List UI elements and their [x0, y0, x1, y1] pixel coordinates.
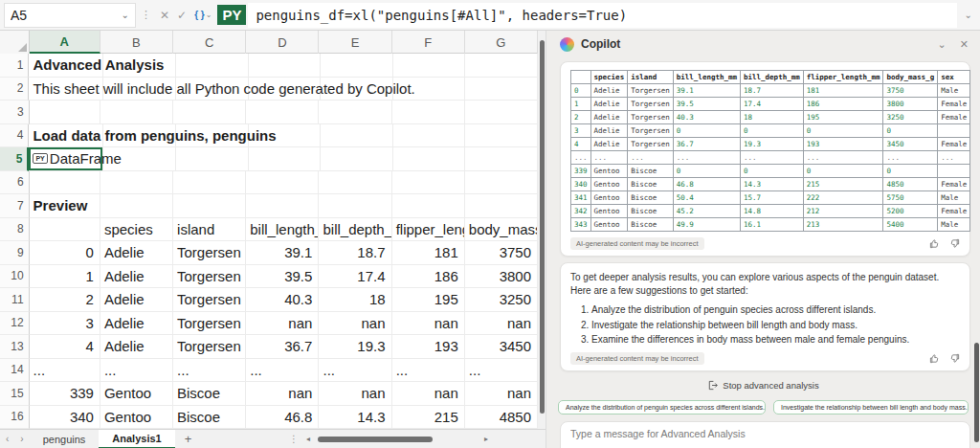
grid-cell[interactable]	[465, 171, 538, 195]
grid-cell[interactable]: Torgersen	[173, 312, 246, 336]
grid-cell[interactable]: Adelie	[100, 312, 173, 336]
grid-cell[interactable]	[393, 54, 466, 78]
grid-cell[interactable]	[465, 101, 538, 124]
grid-cell[interactable]	[319, 101, 391, 124]
grid-cell[interactable]	[392, 194, 465, 218]
copilot-scrollbar-thumb[interactable]	[974, 343, 979, 442]
row-header-9[interactable]: 9	[0, 241, 30, 265]
grid-cell[interactable]	[321, 147, 393, 171]
grid-cell[interactable]: nan	[319, 382, 391, 406]
grid-cell[interactable]: 181	[392, 241, 465, 265]
thumbs-down-icon[interactable]	[949, 238, 960, 249]
grid-cell[interactable]: 340	[30, 406, 100, 430]
scroll-right-icon[interactable]: ▸	[480, 435, 492, 443]
vertical-scrollbar-thumb[interactable]	[540, 40, 545, 414]
grid-cell[interactable]: ...	[319, 359, 391, 383]
grid-cell[interactable]	[393, 147, 466, 171]
grid-cell[interactable]: island	[173, 218, 246, 242]
grid-cell[interactable]: 186	[392, 265, 465, 289]
grid-cell[interactable]	[465, 147, 538, 171]
grid-cell[interactable]: 3	[30, 312, 100, 336]
prev-sheet-icon[interactable]: ‹	[0, 434, 14, 444]
grid-cell[interactable]	[173, 101, 246, 124]
row-header-5[interactable]: 5	[0, 147, 29, 171]
grid-cell[interactable]: ...	[100, 359, 173, 383]
confirm-entry-icon[interactable]: ✓	[173, 9, 190, 22]
formula-input[interactable]: penguins_df=xl("penguins[#All]", headers…	[248, 3, 956, 28]
grid-cell[interactable]: bill_length_mm	[246, 218, 319, 242]
grid-cell[interactable]	[100, 101, 173, 124]
chevron-down-icon[interactable]: ⌄	[938, 38, 947, 51]
grid-cell[interactable]: 193	[392, 335, 465, 359]
grid-cell[interactable]: 14.3	[319, 406, 391, 430]
grid-cell[interactable]: 39.1	[246, 241, 319, 265]
grid-cell[interactable]: nan	[319, 312, 391, 336]
grid-cell[interactable]: 39.5	[246, 265, 319, 289]
grid-cell[interactable]	[465, 78, 538, 101]
grid-cell[interactable]: species	[100, 218, 173, 242]
suggestion-chip[interactable]: Investigate the relationship between bil…	[773, 400, 969, 414]
chevron-down-icon[interactable]: ⌄	[206, 11, 216, 19]
grid-cell[interactable]	[465, 124, 538, 148]
grid-cell[interactable]: Biscoe	[173, 382, 246, 406]
grid-cell[interactable]: Torgersen	[173, 241, 246, 265]
grid-cell[interactable]	[176, 147, 249, 171]
column-header-A[interactable]: A	[30, 31, 100, 54]
thumbs-down-icon[interactable]	[949, 353, 960, 364]
row-header-16[interactable]: 16	[0, 406, 30, 430]
grid-cell[interactable]: 3450	[465, 335, 538, 359]
add-sheet-button[interactable]: +	[175, 432, 202, 446]
grid-cell[interactable]: ...	[392, 359, 465, 383]
grid-cell[interactable]: 3750	[465, 241, 538, 265]
grid-cell[interactable]	[246, 101, 319, 124]
grid-cell[interactable]: 18.7	[319, 241, 391, 265]
grid-cell[interactable]: 215	[392, 406, 465, 430]
grid-cell[interactable]: Advanced Analysis	[29, 54, 103, 78]
expand-formula-bar-icon[interactable]: ⌄	[957, 10, 980, 20]
grid-cell[interactable]: ...	[173, 359, 246, 383]
grid-cell[interactable]	[173, 194, 246, 218]
grid-cell[interactable]	[249, 147, 322, 171]
grid-cell[interactable]: 36.7	[246, 335, 319, 359]
grid-cell[interactable]: 17.4	[319, 265, 391, 289]
grid-cell[interactable]: body_mass_g	[465, 218, 538, 242]
grid-cell[interactable]: nan	[465, 382, 538, 406]
horizontal-scrollbar-track[interactable]	[316, 436, 479, 443]
grid-cell[interactable]: ...	[246, 359, 319, 383]
grid-cell[interactable]	[100, 194, 173, 218]
grid-cell[interactable]: 195	[392, 288, 465, 312]
grid-cell[interactable]: Torgersen	[173, 265, 246, 289]
grid-cell[interactable]: flipper_length_mm	[392, 218, 465, 242]
grid-cell[interactable]: Gentoo	[100, 382, 173, 406]
grid-cell[interactable]	[321, 124, 393, 148]
grid-cell[interactable]: PYDataFrame	[29, 147, 103, 171]
grid-cell[interactable]: ...	[30, 359, 100, 383]
chat-message-input[interactable]	[570, 428, 972, 439]
column-header-D[interactable]: D	[246, 31, 319, 54]
chevron-down-icon[interactable]: ⌄	[122, 10, 129, 20]
grid-cell[interactable]: ...	[465, 359, 538, 383]
grid-cell[interactable]: 19.3	[319, 335, 391, 359]
row-header-2[interactable]: 2	[0, 78, 29, 101]
grid-cell[interactable]	[176, 54, 249, 78]
grid-cell[interactable]: bill_depth_mm	[319, 218, 391, 242]
grid-cell[interactable]: This sheet will include all Python code …	[29, 78, 103, 101]
grid-cell[interactable]: nan	[392, 312, 465, 336]
grid-cell[interactable]	[321, 54, 393, 78]
grid-cell[interactable]: 4850	[465, 406, 538, 430]
sheet-tab-penguins[interactable]: penguins	[30, 430, 100, 448]
grid-cell[interactable]	[30, 171, 100, 195]
grid-cell[interactable]: 46.8	[246, 406, 319, 430]
grid-cell[interactable]: Adelie	[100, 265, 173, 289]
grid-cell[interactable]: Preview	[30, 194, 100, 218]
horizontal-scrollbar-thumb[interactable]	[318, 437, 433, 442]
grid-cell[interactable]: nan	[246, 312, 319, 336]
thumbs-up-icon[interactable]	[929, 353, 940, 364]
grid-cell[interactable]: 1	[30, 265, 100, 289]
row-header-7[interactable]: 7	[0, 194, 30, 218]
grid-cell[interactable]	[392, 101, 465, 124]
grid-cell[interactable]: Torgersen	[173, 335, 246, 359]
row-header-10[interactable]: 10	[0, 265, 30, 289]
grid-cell[interactable]	[465, 194, 538, 218]
column-header-C[interactable]: C	[173, 31, 246, 54]
